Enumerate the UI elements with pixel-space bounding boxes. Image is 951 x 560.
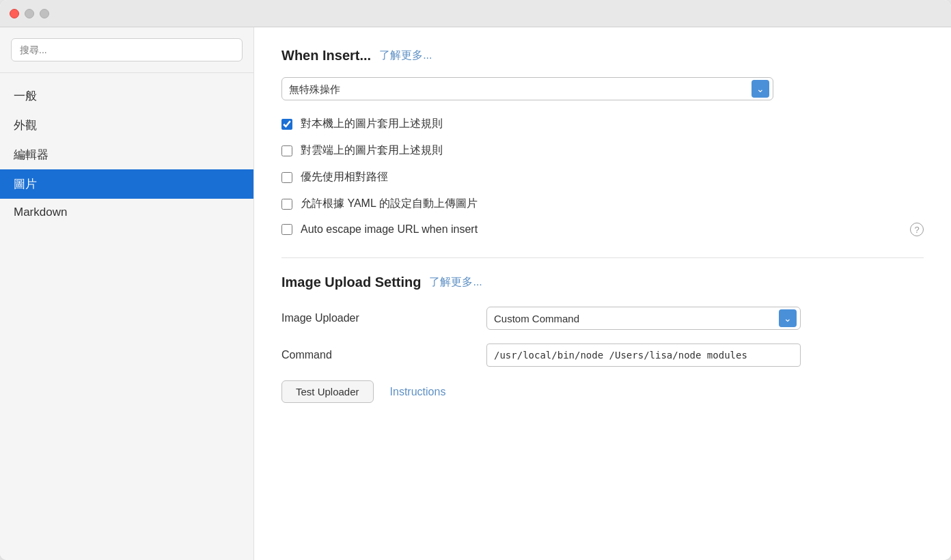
when-insert-dropdown-wrapper: 無特殊操作 (281, 77, 773, 100)
help-icon[interactable]: ? (910, 223, 924, 236)
upload-section: Image Upload Setting 了解更多... Image Uploa… (281, 275, 924, 403)
search-container (0, 27, 253, 73)
when-insert-header: When Insert... 了解更多... (281, 48, 924, 64)
close-button[interactable] (10, 9, 19, 18)
sidebar-item-editor[interactable]: 編輯器 (0, 140, 253, 169)
instructions-link[interactable]: Instructions (390, 386, 446, 398)
minimize-button[interactable] (25, 9, 34, 18)
button-row: Test Uploader Instructions (281, 380, 924, 403)
when-insert-learn-more[interactable]: 了解更多... (379, 48, 432, 63)
checkbox-item-relative: 優先使用相對路徑 (281, 170, 924, 184)
checkbox-escape-label[interactable]: Auto escape image URL when insert (301, 223, 478, 236)
section-divider (281, 257, 924, 258)
uploader-row: Image Uploader Custom Command (281, 307, 924, 330)
sidebar-item-appearance[interactable]: 外觀 (0, 111, 253, 140)
checkbox-item-cloud: 對雲端上的圖片套用上述規則 (281, 143, 924, 158)
sidebar-item-images[interactable]: 圖片 (0, 169, 253, 199)
command-input[interactable] (486, 344, 801, 367)
checkbox-item-escape: Auto escape image URL when insert ? (281, 223, 924, 236)
command-row: Command (281, 344, 924, 367)
maximize-button[interactable] (40, 9, 49, 18)
upload-section-title: Image Upload Setting (281, 275, 421, 290)
content-area: When Insert... 了解更多... 無特殊操作 對本機上的圖片套用上述… (254, 27, 951, 560)
checkbox-local[interactable] (281, 119, 292, 130)
sidebar-item-markdown[interactable]: Markdown (0, 199, 253, 226)
uploader-select-wrapper: Custom Command (486, 307, 801, 330)
nav-items: 一般 外觀 編輯器 圖片 Markdown (0, 73, 253, 560)
titlebar (0, 0, 951, 27)
checkbox-cloud[interactable] (281, 145, 292, 156)
upload-section-header: Image Upload Setting 了解更多... (281, 275, 924, 290)
uploader-select[interactable]: Custom Command (486, 307, 801, 330)
upload-learn-more[interactable]: 了解更多... (429, 275, 482, 290)
sidebar-item-general[interactable]: 一般 (0, 81, 253, 111)
checkbox-yaml-label[interactable]: 允許根據 YAML 的設定自動上傳圖片 (301, 197, 478, 211)
when-insert-dropdown-row: 無特殊操作 (281, 77, 924, 100)
checkbox-escape[interactable] (281, 224, 292, 235)
checkbox-relative[interactable] (281, 172, 292, 183)
search-input[interactable] (11, 38, 243, 61)
command-label: Command (281, 349, 486, 361)
sidebar: 一般 外觀 編輯器 圖片 Markdown (0, 27, 254, 560)
checkbox-cloud-label[interactable]: 對雲端上的圖片套用上述規則 (301, 143, 443, 158)
checkbox-group: 對本機上的圖片套用上述規則 對雲端上的圖片套用上述規則 優先使用相對路徑 允許根… (281, 117, 924, 236)
uploader-label: Image Uploader (281, 312, 486, 324)
checkbox-yaml[interactable] (281, 199, 292, 210)
checkbox-item-yaml: 允許根據 YAML 的設定自動上傳圖片 (281, 197, 924, 211)
checkbox-local-label[interactable]: 對本機上的圖片套用上述規則 (301, 117, 443, 131)
when-insert-select[interactable]: 無特殊操作 (281, 77, 773, 100)
test-uploader-button[interactable]: Test Uploader (281, 380, 374, 403)
checkbox-relative-label[interactable]: 優先使用相對路徑 (301, 170, 388, 184)
when-insert-title: When Insert... (281, 48, 371, 64)
checkbox-item-local: 對本機上的圖片套用上述規則 (281, 117, 924, 131)
